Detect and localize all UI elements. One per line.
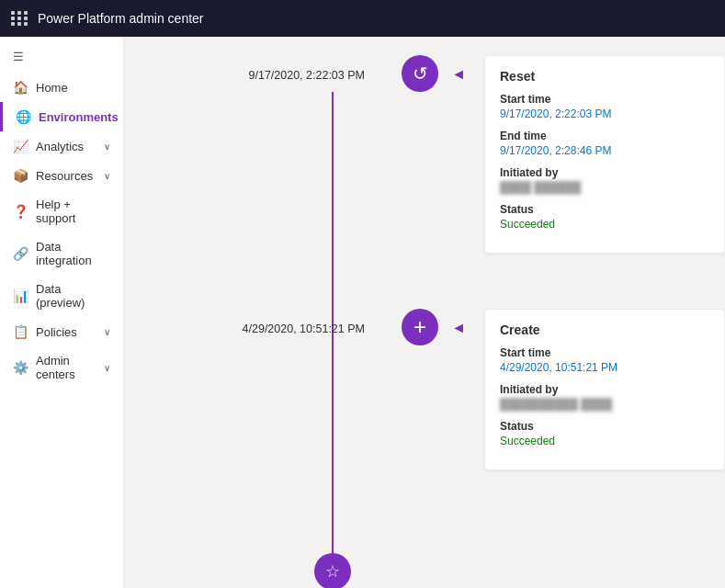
table-row: 4/29/2020, 10:51:21 PM + ◄ Create Start … — [124, 309, 725, 470]
create-start-label: Start time — [500, 346, 709, 359]
create-start-value: 4/29/2020, 10:51:21 PM — [500, 361, 709, 374]
timeline-card-area-create: Create Start time 4/29/2020, 10:51:21 PM… — [457, 309, 725, 470]
admin-centers-chevron-icon: ∨ — [104, 363, 110, 373]
reset-status-value: Succeeded — [500, 218, 709, 231]
timeline-center-reset: ↺ ◄ — [383, 55, 457, 92]
sidebar-item-resources[interactable]: 📦 Resources ∨ — [0, 161, 123, 190]
analytics-chevron-icon: ∨ — [104, 141, 110, 152]
analytics-icon: 📈 — [13, 139, 28, 153]
app-title: Power Platform admin center — [38, 11, 204, 26]
table-row: 9/17/2020, 2:22:03 PM ↺ ◄ Reset Start ti… — [124, 55, 725, 254]
sidebar-label-data-integration: Data integration — [36, 240, 110, 267]
create-initiated-value: ██████████ ████ — [500, 398, 709, 411]
create-date: 4/29/2020, 10:51:21 PM — [243, 322, 365, 335]
sidebar: ☰ 🏠 Home 🌐 Environments 📈 Analytics ∨ 📦 … — [0, 37, 124, 588]
create-arrow-icon: ◄ — [451, 320, 466, 336]
content-area: 9/17/2020, 2:22:03 PM ↺ ◄ Reset Start ti… — [124, 37, 725, 588]
create-status-label: Status — [500, 420, 709, 433]
sidebar-label-admin-centers: Admin centers — [36, 354, 96, 381]
sidebar-label-environments: Environments — [39, 110, 119, 124]
create-status-value: Succeeded — [500, 435, 709, 447]
main-layout: ☰ 🏠 Home 🌐 Environments 📈 Analytics ∨ 📦 … — [0, 37, 725, 588]
create-card: Create Start time 4/29/2020, 10:51:21 PM… — [484, 309, 725, 470]
help-icon: ❓ — [13, 204, 28, 219]
reset-end-value: 9/17/2020, 2:28:46 PM — [500, 144, 709, 157]
sidebar-item-environments[interactable]: 🌐 Environments — [0, 102, 123, 131]
timeline-end: ☆ — [124, 553, 725, 588]
topbar: Power Platform admin center — [0, 0, 725, 37]
sidebar-label-data-preview: Data (preview) — [36, 282, 110, 310]
create-status-field: Status Succeeded — [500, 420, 709, 447]
hamburger-button[interactable]: ☰ — [0, 40, 123, 73]
app-dots-icon — [11, 11, 28, 26]
reset-status-field: Status Succeeded — [500, 203, 709, 231]
create-start-time-field: Start time 4/29/2020, 10:51:21 PM — [500, 346, 709, 374]
data-integration-icon: 🔗 — [13, 246, 28, 261]
timeline-date-left-reset: 9/17/2020, 2:22:03 PM — [124, 55, 383, 82]
reset-end-time-field: End time 9/17/2020, 2:28:46 PM — [500, 130, 709, 157]
origin-node[interactable]: ☆ — [314, 553, 351, 588]
sidebar-label-resources: Resources — [36, 169, 96, 183]
admin-centers-icon: ⚙️ — [13, 360, 28, 375]
reset-initiated-field: Initiated by ████ ██████ — [500, 166, 709, 194]
reset-start-label: Start time — [500, 93, 709, 106]
policies-chevron-icon: ∨ — [104, 327, 110, 337]
reset-card: Reset Start time 9/17/2020, 2:22:03 PM E… — [484, 55, 725, 254]
create-initiated-label: Initiated by — [500, 383, 709, 396]
sidebar-label-home: Home — [36, 81, 110, 95]
create-initiated-field: Initiated by ██████████ ████ — [500, 383, 709, 411]
reset-initiated-value: ████ ██████ — [500, 181, 709, 194]
timeline-center-create: + ◄ — [383, 309, 457, 345]
reset-initiated-label: Initiated by — [500, 166, 709, 179]
reset-start-value: 9/17/2020, 2:22:03 PM — [500, 107, 709, 120]
sidebar-item-data-preview[interactable]: 📊 Data (preview) — [0, 275, 123, 317]
create-card-title: Create — [500, 322, 709, 337]
reset-icon: ↺ — [413, 62, 428, 85]
sidebar-item-policies[interactable]: 📋 Policies ∨ — [0, 317, 123, 346]
environments-icon: 🌐 — [16, 109, 31, 124]
resources-icon: 📦 — [13, 168, 28, 183]
reset-end-label: End time — [500, 130, 709, 142]
reset-card-title: Reset — [500, 69, 709, 84]
create-icon: + — [413, 314, 426, 340]
sidebar-label-policies: Policies — [36, 325, 96, 339]
sidebar-item-admin-centers[interactable]: ⚙️ Admin centers ∨ — [0, 346, 123, 389]
data-preview-icon: 📊 — [13, 288, 28, 303]
sidebar-item-help-support[interactable]: ❓ Help + support — [0, 190, 123, 232]
timeline-date-left-create: 4/29/2020, 10:51:21 PM — [124, 309, 383, 335]
create-node[interactable]: + — [402, 309, 438, 345]
reset-node[interactable]: ↺ — [402, 55, 438, 92]
reset-date: 9/17/2020, 2:22:03 PM — [249, 69, 365, 82]
star-icon: ☆ — [325, 561, 340, 582]
timeline: 9/17/2020, 2:22:03 PM ↺ ◄ Reset Start ti… — [124, 55, 725, 588]
policies-icon: 📋 — [13, 324, 28, 339]
sidebar-item-data-integration[interactable]: 🔗 Data integration — [0, 232, 123, 275]
reset-status-label: Status — [500, 203, 709, 216]
sidebar-label-analytics: Analytics — [36, 140, 96, 153]
sidebar-label-help: Help + support — [36, 198, 110, 225]
home-icon: 🏠 — [13, 80, 28, 95]
timeline-card-area-reset: Reset Start time 9/17/2020, 2:22:03 PM E… — [457, 55, 725, 254]
reset-arrow-icon: ◄ — [451, 66, 466, 83]
resources-chevron-icon: ∨ — [104, 171, 110, 181]
sidebar-item-analytics[interactable]: 📈 Analytics ∨ — [0, 131, 123, 161]
reset-start-time-field: Start time 9/17/2020, 2:22:03 PM — [500, 93, 709, 120]
sidebar-item-home[interactable]: 🏠 Home — [0, 73, 123, 102]
